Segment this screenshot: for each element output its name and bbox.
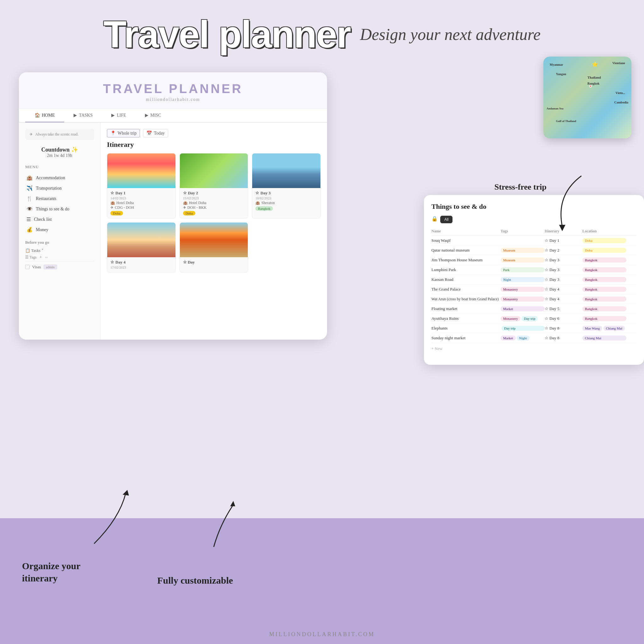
row-tag-daytrip: Day trip	[521, 316, 538, 321]
money-icon: 💰	[26, 227, 33, 233]
countdown-value: 2m 1w 4d 19h	[25, 153, 94, 158]
gallery-card-day5[interactable]: ☆ Day	[180, 222, 248, 273]
row-tag: Museum	[501, 248, 545, 253]
menu-item-checklist[interactable]: ☰ Check list	[25, 214, 94, 225]
customizable-callout: Fully customizable	[157, 575, 233, 586]
day2-date: 15/02/2023	[183, 196, 245, 200]
customizable-arrow	[195, 499, 245, 550]
row-name: Jim Thompson House Museum	[431, 258, 501, 263]
col-more[interactable]: ···	[45, 255, 48, 260]
sidebar: ✈ Always take the scenic road. Countdown…	[19, 123, 101, 340]
itinerary-title: Itinerary	[107, 141, 321, 149]
view-tab-wholetrip[interactable]: 📍 Whole trip	[107, 129, 140, 137]
col-add[interactable]: +	[40, 255, 42, 260]
day2-hotel: 🏨 Hotel Doha	[183, 201, 245, 205]
row-itin: ☆ Day 3	[545, 267, 582, 272]
main-content: 📍 Whole trip 📅 Today Itinerary ☆ Day 1 1…	[101, 123, 327, 340]
organize-arrow	[75, 487, 138, 550]
map-label-myanmar: Myanmar	[550, 63, 563, 66]
row-name: Floating market	[431, 306, 501, 311]
day2-location: Doha	[183, 211, 196, 215]
add-new-row[interactable]: + New	[431, 346, 636, 351]
row-loc: Bangkok	[582, 287, 626, 292]
things-icon: 👁️	[26, 206, 33, 212]
day2-label: ☆ Day 2	[183, 191, 245, 196]
row-loc: Doha	[582, 248, 626, 253]
day3-image	[252, 153, 320, 188]
row-loc: Chiang Mai	[582, 336, 626, 341]
menu-item-things[interactable]: 👁️ Things to see & do	[25, 204, 94, 214]
row-tag: Day trip	[502, 326, 545, 331]
row-tag: Market	[501, 306, 545, 311]
day3-date: 16/02/2023	[255, 196, 317, 200]
map-star: ⭐	[592, 61, 598, 67]
transportation-icon: ✈️	[26, 185, 33, 191]
table-row-watarun[interactable]: Wat Arun (cross by boat from Grand Palac…	[431, 294, 636, 304]
map-label-bangkok: Bangkok	[587, 82, 599, 85]
gallery-card-day1[interactable]: ☆ Day 1 14/02/2023 🏨 Hotel Doha ✈ CDG - …	[107, 153, 176, 219]
nav-tab-life[interactable]: ▶ LIFE	[102, 109, 136, 122]
row-name: Sunday night market	[431, 336, 501, 341]
table-row-grandpalace[interactable]: The Grand Palace Monastery ☆ Day 4 Bangk…	[431, 285, 636, 294]
map-inner: Myanmar Vientiane Yangon Thailand Bangko…	[543, 57, 631, 138]
menu-item-money[interactable]: 💰 Money	[25, 225, 94, 235]
row-itin: ☆ Day 4	[545, 287, 582, 292]
menu-item-restaurants[interactable]: 🍴 Restaurants	[25, 193, 94, 204]
day4-info: ☆ Day 4 17/02/2023	[107, 257, 175, 272]
row-itin: ☆ Day 5	[545, 306, 582, 311]
view-tabs: 📍 Whole trip 📅 Today	[107, 129, 321, 137]
map-label-andaman: Andaman Sea	[547, 107, 563, 110]
day5-label: ☆ Day	[183, 260, 245, 265]
table-row-jim[interactable]: Jim Thompson House Museum Museum ☆ Day 3…	[431, 255, 636, 265]
row-tag: Monastery	[501, 297, 545, 302]
tasks-toggle[interactable]: 📋 Tasks ˅	[25, 248, 44, 253]
nav-tab-tasks[interactable]: ▶ TASKS	[64, 109, 102, 122]
table-row-ayutthaya[interactable]: Ayutthaya Ruins MonasteryDay trip ☆ Day …	[431, 314, 636, 324]
menu-label: Menu	[25, 164, 94, 169]
table-row-floating[interactable]: Floating market Market ☆ Day 5 Bangkok	[431, 304, 636, 314]
map-dot-bangkok	[589, 85, 592, 87]
nav-tab-misc[interactable]: ▶ MISC	[136, 109, 170, 122]
menu-item-accommodation[interactable]: 🏨 Accommodation	[25, 173, 94, 183]
table-row-souq[interactable]: Souq Waqif ☆ Day 1 Doha	[431, 236, 636, 246]
row-name: Souq Waqif	[431, 238, 501, 243]
day3-location: Bangkok	[255, 206, 273, 211]
table-row-kaosan[interactable]: Kaosan Road Night ☆ Day 3 Bangkok	[431, 275, 636, 285]
row-itin: ☆ Day 3	[545, 258, 582, 263]
map-label-thailand: Thailand	[587, 75, 601, 79]
day3-hotel: 🏨 Sheraton	[255, 201, 317, 205]
map-label-vientiane: Vientiane	[612, 61, 625, 65]
row-name: Wat Arun (cross by boat from Grand Palac…	[431, 297, 501, 302]
table-row-lumphini[interactable]: Lumphini Park Park ☆ Day 3 Bangkok	[431, 265, 636, 275]
map-label-cambodia: Cambodia	[614, 101, 628, 104]
table-row-elephants[interactable]: Elephants Day trip ☆ Day 8 Mae Wang Chia…	[431, 324, 636, 333]
row-itin: ☆ Day 6	[545, 316, 582, 321]
nav-tabs: 🏠 HOME ▶ TASKS ▶ LIFE ▶ MISC	[19, 109, 327, 123]
day1-image	[107, 153, 175, 188]
view-tab-today[interactable]: 📅 Today	[143, 129, 168, 137]
svg-marker-0	[559, 225, 565, 231]
col-tags: ☰ Tags	[25, 255, 36, 260]
row-loc: Doha	[582, 238, 626, 243]
row-itin: ☆ Day 4	[545, 297, 582, 302]
gallery-card-day4[interactable]: ☆ Day 4 17/02/2023	[107, 222, 176, 273]
table-row-qatar[interactable]: Qatar national museum Museum ☆ Day 2 Doh…	[431, 246, 636, 255]
row-itin: ☆ Day 1	[545, 238, 582, 243]
page-subtitle: Design your next adventure	[360, 25, 541, 44]
row-loc: Bangkok	[582, 306, 626, 311]
countdown-title: Countdown ✨	[25, 146, 94, 153]
row-loc-chiangmai: Chiang Mai	[603, 326, 625, 331]
task-checkbox-visas[interactable]	[25, 265, 30, 269]
checklist-icon: ☰	[26, 216, 31, 222]
row-itin: ☆ Day 8	[545, 326, 582, 331]
gallery-card-day2[interactable]: ☆ Day 2 15/02/2023 🏨 Hotel Doha ✈ DOH - …	[180, 153, 248, 219]
menu-item-transportation[interactable]: ✈️ Transportation	[25, 183, 94, 193]
quote-icon: ✈	[30, 132, 33, 137]
map-widget: Myanmar Vientiane Yangon Thailand Bangko…	[543, 57, 631, 138]
gallery-card-day3[interactable]: ☆ Day 3 16/02/2023 🏨 Sheraton Bangkok	[252, 153, 321, 219]
day2-flight: ✈ DOH - BKK	[183, 205, 245, 210]
nav-tab-home[interactable]: 🏠 HOME	[25, 109, 64, 122]
task-label-visas: Visas	[32, 264, 41, 269]
table-row-sunday[interactable]: Sunday night market MarketNight ☆ Day 8 …	[431, 333, 636, 343]
filter-all[interactable]: All	[440, 216, 452, 223]
